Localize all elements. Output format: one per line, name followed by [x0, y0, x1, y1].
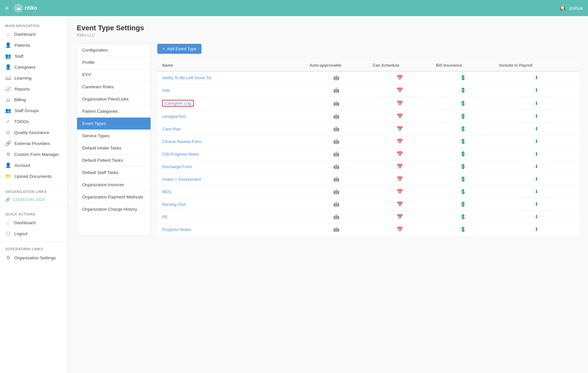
config-item-event-types[interactable]: Event Types — [77, 118, 151, 130]
sidebar-item-staff[interactable]: 👥 Staff — [0, 51, 67, 62]
event-type-link[interactable]: Add — [162, 88, 170, 93]
robot-icon: 🤖 — [333, 113, 339, 119]
table-cell-include-in-payroll: ⬇ — [495, 84, 579, 97]
sidebar-item-staff-groups[interactable]: 👥 Staff Groups — [0, 105, 67, 116]
event-type-link[interactable]: PE — [162, 215, 168, 219]
calendar-icon: 📅 — [397, 139, 403, 144]
robot-icon: 🤖 — [333, 75, 339, 80]
config-item-org-charge-history[interactable]: Organization Charge History — [77, 203, 151, 215]
sidebar-item-label: Organization Settings — [14, 255, 56, 260]
notification-icon[interactable]: 📢 — [559, 5, 566, 11]
table-row: Clinical Review Form🤖📅💲⬇ — [158, 135, 579, 148]
sidebar-item-org-settings[interactable]: ⚙ Organization Settings — [0, 252, 67, 263]
event-type-link[interactable]: MDS — [162, 189, 172, 194]
table-cell-can-schedule: 📅 — [368, 198, 431, 211]
event-type-link[interactable]: Progress Notes — [162, 227, 191, 232]
sidebar-item-caregivers[interactable]: 👤 Caregivers — [0, 62, 67, 72]
logout-icon: ⬡ — [5, 231, 11, 236]
divider-3 — [0, 242, 67, 242]
config-item-patient-categories[interactable]: Patient Categories — [77, 105, 151, 118]
config-item-evv[interactable]: EVV — [77, 69, 151, 81]
main-content: Event Type Settings Ritiko LLC Configura… — [68, 16, 588, 373]
org-links-label: Organization Links — [0, 187, 67, 195]
sidebar-item-billing[interactable]: 🗂 Billing — [0, 94, 67, 105]
sidebar-item-label: External Providers — [15, 141, 50, 146]
table-cell-include-in-payroll: ⬇ — [495, 148, 579, 160]
sidebar-item-label: Dashboard — [14, 32, 35, 37]
table-cell-include-in-payroll: ⬇ — [495, 173, 579, 186]
sidebar-item-reports[interactable]: 📈 Reports — [0, 83, 67, 94]
robot-icon: 🤖 — [333, 87, 339, 93]
sidebar-item-qa-dashboard[interactable]: ⌂ Dashboard — [0, 217, 67, 228]
sidebar-item-quality-assurance[interactable]: ◎ Quality Assurance — [0, 127, 67, 138]
event-type-link[interactable]: caregiveTest — [162, 114, 186, 119]
sidebar-item-learning[interactable]: 📖 Learning — [0, 72, 67, 83]
sidebar-item-external-providers[interactable]: 🔗 External Providers — [0, 138, 67, 149]
table-row: Add🤖📅💲⬇ — [158, 84, 579, 97]
config-item-org-invoices[interactable]: Organization Invoices — [77, 179, 151, 191]
hamburger-icon[interactable]: ≡ — [5, 5, 9, 12]
sidebar-item-account[interactable]: 👤 Account — [0, 160, 67, 171]
event-type-link[interactable]: Clinical Review Form — [162, 139, 201, 144]
table-cell-name: Intake + Assessment — [158, 173, 305, 186]
table-cell-can-schedule: 📅 — [368, 160, 431, 173]
table-cell-bill-insurance: 💲 — [431, 148, 495, 160]
table-cell-bill-insurance: 💲 — [431, 84, 495, 97]
table-cell-bill-insurance: 💲 — [431, 211, 495, 223]
robot-icon: 🤖 — [333, 164, 339, 169]
sidebar-item-todos[interactable]: ✓ TODOs — [0, 116, 67, 127]
sidebar-item-label: Reports — [15, 87, 30, 91]
todos-icon: ✓ — [5, 119, 11, 124]
sidebar-item-label: Staff — [15, 54, 24, 59]
robot-icon: 🤖 — [333, 126, 339, 131]
sidebar-item-custom-form-manager[interactable]: ⚙ Custom Form Manager — [0, 149, 67, 160]
sidebar-item-patients[interactable]: 👤 Patients — [0, 40, 67, 51]
event-type-link[interactable]: Nursing Visit — [162, 202, 186, 207]
robot-icon: 🤖 — [333, 100, 339, 106]
table-cell-auto-approvable: 🤖 — [305, 110, 368, 123]
event-type-link[interactable]: Care Plan — [162, 127, 181, 131]
dollar-icon: 💲 — [460, 87, 466, 93]
event-type-link[interactable]: Intake + Assessment — [162, 177, 201, 182]
add-event-type-button[interactable]: + Add Event Type — [157, 44, 201, 54]
event-type-link[interactable]: Caregiver Log — [162, 100, 194, 107]
plus-icon: + — [162, 46, 165, 51]
config-item-default-intake-tasks[interactable]: Default Intake Tasks — [77, 142, 151, 154]
table-cell-name: Nursing Visit — [158, 198, 305, 211]
col-header-can-schedule: Can Schedule — [368, 60, 431, 72]
sidebar-item-upload-documents[interactable]: 📁 Upload Documents — [0, 171, 67, 182]
table-cell-include-in-payroll: ⬇ — [495, 135, 579, 148]
config-item-org-files[interactable]: Organization Files/Links — [77, 93, 151, 105]
table-cell-can-schedule: 📅 — [368, 84, 431, 97]
config-item-default-patient-tasks[interactable]: Default Patient Tasks — [77, 154, 151, 167]
sidebar-item-dashboard[interactable]: ⌂ Dashboard — [0, 29, 67, 40]
table-cell-auto-approvable: 🤖 — [305, 148, 368, 160]
table-cell-include-in-payroll: ⬇ — [495, 223, 579, 236]
patients-icon: 👤 — [5, 42, 11, 48]
config-item-org-payment-methods[interactable]: Organization Payment Methods — [77, 191, 151, 203]
learning-icon: 📖 — [5, 75, 11, 81]
dollar-icon: 💲 — [460, 176, 466, 182]
sidebar-item-logout[interactable]: ⬡ Logout — [0, 228, 67, 239]
topnav-left: ≡ ☁ ritiko — [5, 4, 37, 13]
table-cell-bill-insurance: 💲 — [431, 97, 495, 110]
config-item-service-types[interactable]: Service Types — [77, 130, 151, 142]
event-type-link[interactable]: CW Progress Notes — [162, 152, 199, 157]
event-type-link[interactable]: Discharge Form — [162, 164, 192, 169]
event-types-table: Name Auto-approvable Can Schedule Bill I… — [157, 60, 579, 236]
event-type-link[interactable]: Ability To Be Left Alone Tst — [162, 75, 211, 80]
robot-icon: 🤖 — [333, 151, 339, 157]
robot-icon: 🤖 — [333, 189, 339, 194]
robot-icon: 🤖 — [333, 226, 339, 232]
org-link-covid[interactable]: 🔗 COVID Info 2024 — [0, 195, 67, 204]
config-item-configuration[interactable]: Configuration — [77, 44, 151, 56]
config-item-default-staff-tasks[interactable]: Default Staff Tasks — [77, 167, 151, 179]
dollar-icon: 💲 — [460, 75, 466, 80]
config-item-careteam-roles[interactable]: Careteam Roles — [77, 81, 151, 93]
calendar-icon: 📅 — [397, 214, 403, 219]
table-cell-bill-insurance: 💲 — [431, 223, 495, 236]
table-cell-name: Clinical Review Form — [158, 135, 305, 148]
table-cell-auto-approvable: 🤖 — [305, 198, 368, 211]
config-item-profile[interactable]: Profile — [77, 56, 151, 69]
robot-icon: 🤖 — [333, 214, 339, 219]
